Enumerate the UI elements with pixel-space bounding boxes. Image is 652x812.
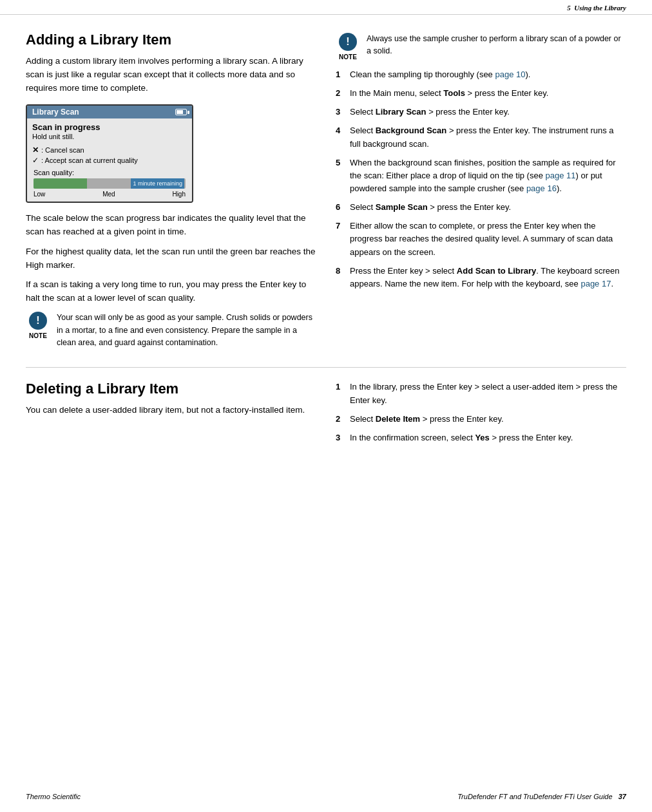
device-title-bar: Library Scan	[27, 106, 192, 118]
scan-progress-box: Scan in progress Hold unit still. ✕ : Ca…	[27, 118, 192, 202]
page10-link[interactable]: page 10	[495, 70, 525, 79]
del-step-num-3: 3	[336, 431, 345, 444]
note-label-left: NOTE	[29, 331, 47, 341]
step-text-7: Either allow the scan to complete, or pr…	[350, 220, 626, 258]
deleting-intro: You can delete a user-added library item…	[26, 404, 316, 417]
main-content: Adding a Library Item Adding a custom li…	[0, 15, 652, 463]
footer-guide-title: TruDefender FT and TruDefender FTi User …	[457, 793, 612, 800]
deleting-heading: Deleting a Library Item	[26, 381, 316, 397]
note-label-right: NOTE	[339, 52, 357, 62]
note-text-right: Always use the sample crusher to perform…	[367, 33, 626, 58]
step-num-1: 1	[336, 68, 345, 81]
step-text-6: Select Sample Scan > press the Enter key…	[350, 201, 626, 214]
adding-left-col: Adding a Library Item Adding a custom li…	[26, 28, 316, 355]
marker-high: High	[172, 191, 186, 198]
step-text-3: Select Library Scan > press the Enter ke…	[350, 106, 626, 118]
step-num-6: 6	[336, 201, 345, 214]
adding-para1: The scale below the scan progress bar in…	[26, 212, 316, 239]
chapter-num: 5	[567, 4, 571, 12]
note-text-left: Your scan will only be as good as your s…	[57, 312, 316, 349]
footer-page-num: 37	[618, 793, 626, 800]
adding-heading: Adding a Library Item	[26, 32, 316, 48]
del-step-2: 2 Select Delete Item > press the Enter k…	[336, 413, 626, 426]
del-step-num-2: 2	[336, 413, 345, 426]
step-text-4: Select Background Scan > press the Enter…	[350, 124, 626, 150]
step-text-8: Press the Enter key > select Add Scan to…	[350, 265, 626, 290]
del-step-num-1: 1	[336, 381, 345, 406]
progress-bar-fill	[34, 178, 87, 189]
chapter-label: 5 Using the Library	[567, 4, 626, 12]
step-text-1: Clean the sampling tip thoroughly (see p…	[350, 68, 626, 81]
step-1: 1 Clean the sampling tip thoroughly (see…	[336, 68, 626, 81]
del-step-text-2: Select Delete Item > press the Enter key…	[350, 413, 626, 426]
step-text-5: When the background scan finishes, posit…	[350, 156, 626, 195]
adding-intro: Adding a custom library item involves pe…	[26, 55, 316, 95]
page-header: 5 Using the Library	[0, 0, 652, 15]
yes-bold: Yes	[475, 433, 489, 442]
progress-markers: Low Med High	[32, 191, 187, 198]
step-num-5: 5	[336, 156, 345, 195]
page11-link[interactable]: page 11	[546, 171, 576, 180]
note-exclamation-left: !	[29, 312, 47, 330]
page16-link[interactable]: page 16	[526, 184, 557, 193]
step-4: 4 Select Background Scan > press the Ent…	[336, 124, 626, 150]
battery-icon	[175, 109, 187, 115]
check-icon: ✓	[32, 156, 39, 165]
library-scan-bold: Library Scan	[376, 107, 427, 117]
deleting-section: Deleting a Library Item You can delete a…	[26, 377, 626, 450]
sample-scan-bold: Sample Scan	[376, 202, 428, 212]
step-num-7: 7	[336, 220, 345, 258]
adding-steps: 1 Clean the sampling tip thoroughly (see…	[336, 68, 626, 290]
section-divider	[26, 367, 626, 368]
note-right: ! NOTE Always use the sample crusher to …	[336, 33, 626, 62]
step-8: 8 Press the Enter key > select Add Scan …	[336, 265, 626, 290]
adding-para2: For the highest quality data, let the sc…	[26, 245, 316, 272]
step-5: 5 When the background scan finishes, pos…	[336, 156, 626, 195]
adding-section: Adding a Library Item Adding a custom li…	[26, 28, 626, 355]
note-exclamation-right: !	[339, 33, 357, 51]
deleting-steps: 1 In the library, press the Enter key > …	[336, 381, 626, 444]
step-num-2: 2	[336, 87, 345, 100]
hold-unit-text: Hold unit still.	[32, 133, 187, 140]
page17-link[interactable]: page 17	[580, 279, 611, 288]
marker-med: Med	[102, 191, 115, 198]
step-text-2: In the Main menu, select Tools > press t…	[350, 87, 626, 100]
del-step-3: 3 In the confirmation screen, select Yes…	[336, 431, 626, 444]
step-6: 6 Select Sample Scan > press the Enter k…	[336, 201, 626, 214]
progress-bar: 1 minute remaining	[34, 178, 186, 189]
page-footer: Thermo Scientific TruDefender FT and Tru…	[0, 793, 652, 800]
note-icon-left: ! NOTE	[26, 312, 50, 341]
del-step-1: 1 In the library, press the Enter key > …	[336, 381, 626, 406]
deleting-left-col: Deleting a Library Item You can delete a…	[26, 377, 316, 450]
adding-para3: If a scan is taking a very long time to …	[26, 278, 316, 305]
note-icon-right: ! NOTE	[336, 33, 360, 62]
footer-brand: Thermo Scientific	[26, 793, 81, 800]
chapter-title: Using the Library	[574, 4, 626, 12]
delete-item-bold: Delete Item	[376, 414, 420, 424]
step-num-4: 4	[336, 124, 345, 150]
accept-label: : Accept scan at current quality	[41, 156, 138, 164]
cancel-action: ✕ : Cancel scan	[32, 146, 187, 155]
adding-right-col: ! NOTE Always use the sample crusher to …	[336, 28, 626, 355]
step-num-3: 3	[336, 106, 345, 118]
step-7: 7 Either allow the scan to complete, or …	[336, 220, 626, 258]
del-step-text-3: In the confirmation screen, select Yes >…	[350, 431, 626, 444]
screen-title: Library Scan	[32, 108, 79, 117]
cancel-label: : Cancel scan	[41, 146, 84, 154]
step-2: 2 In the Main menu, select Tools > press…	[336, 87, 626, 100]
accept-action: ✓ : Accept scan at current quality	[32, 156, 187, 165]
scan-quality-label: Scan quality:	[32, 169, 187, 176]
deleting-right-col: 1 In the library, press the Enter key > …	[336, 377, 626, 450]
note-left: ! NOTE Your scan will only be as good as…	[26, 312, 316, 349]
device-screen: Library Scan Scan in progress Hold unit …	[26, 104, 193, 203]
scan-actions: ✕ : Cancel scan ✓ : Accept scan at curre…	[32, 146, 187, 165]
footer-guide-info: TruDefender FT and TruDefender FTi User …	[457, 793, 626, 800]
add-scan-bold: Add Scan to Library	[457, 266, 537, 276]
del-step-text-1: In the library, press the Enter key > se…	[350, 381, 626, 406]
tools-bold: Tools	[443, 88, 465, 98]
scan-status: Scan in progress	[32, 122, 187, 132]
background-scan-bold: Background Scan	[376, 126, 447, 135]
x-icon: ✕	[32, 146, 39, 155]
step-num-8: 8	[336, 265, 345, 290]
marker-low: Low	[34, 191, 45, 198]
